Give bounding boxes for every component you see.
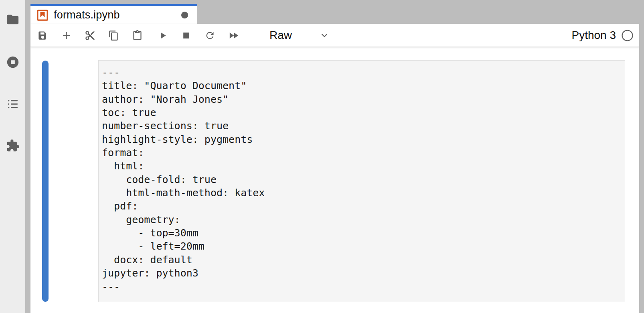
save-button[interactable] xyxy=(36,28,49,43)
code-line: --- xyxy=(102,280,621,293)
tab-title: formats.ipynb xyxy=(54,9,120,21)
code-line: docx: default xyxy=(102,253,621,266)
code-line: html-math-method: katex xyxy=(102,186,621,199)
tab-bar: formats.ipynb xyxy=(30,0,639,24)
restart-run-all-button[interactable] xyxy=(227,28,239,43)
notebook-panel: --- title: "Quarto Document" author: "No… xyxy=(30,47,639,313)
code-line: code-fold: true xyxy=(102,173,621,186)
sidebar-item-extension-manager[interactable] xyxy=(0,136,25,155)
code-line: geometry: xyxy=(102,213,621,226)
code-line: number-sections: true xyxy=(102,119,621,132)
code-line: highlight-style: pygments xyxy=(102,133,621,146)
code-line: jupyter: python3 xyxy=(102,266,621,280)
code-line: --- xyxy=(102,66,621,79)
plus-icon xyxy=(61,30,72,41)
code-line: html: xyxy=(102,159,621,173)
chevron-down-icon xyxy=(319,30,330,41)
activity-sidebar xyxy=(0,0,25,313)
list-icon xyxy=(7,98,19,110)
restart-kernel-button[interactable] xyxy=(204,28,216,43)
cell-type-dropdown[interactable]: Raw xyxy=(262,26,330,44)
sidebar-splitter[interactable] xyxy=(25,0,30,313)
cut-cells-button[interactable] xyxy=(84,28,96,43)
restart-icon xyxy=(205,30,215,41)
paste-icon xyxy=(132,30,143,41)
raw-cell-editor[interactable]: --- title: "Quarto Document" author: "No… xyxy=(98,60,625,302)
code-line: - top=30mm xyxy=(102,226,621,240)
code-line: author: "Norah Jones" xyxy=(102,93,621,106)
running-circle-icon xyxy=(6,55,20,69)
right-edge-strip xyxy=(639,0,644,313)
paste-cells-button[interactable] xyxy=(131,28,143,43)
fast-forward-icon xyxy=(228,30,239,41)
unsaved-changes-indicator[interactable] xyxy=(181,11,188,19)
notebook-toolbar: Raw Python 3 xyxy=(30,24,639,47)
notebook-icon xyxy=(36,9,49,21)
kernel-idle-circle-icon xyxy=(621,29,634,42)
code-line: - left=20mm xyxy=(102,240,621,253)
code-line: toc: true xyxy=(102,106,621,119)
sidebar-item-file-browser[interactable] xyxy=(0,10,25,28)
save-icon xyxy=(37,30,48,41)
cell-type-value: Raw xyxy=(269,29,292,42)
sidebar-item-running-sessions[interactable] xyxy=(0,53,25,71)
main-area: formats.ipynb xyxy=(30,0,639,313)
tab-formats-ipynb[interactable]: formats.ipynb xyxy=(30,4,197,24)
run-icon xyxy=(157,30,168,41)
stop-icon xyxy=(181,30,192,41)
code-line: pdf: xyxy=(102,199,621,213)
code-line: title: "Quarto Document" xyxy=(102,79,621,92)
interrupt-kernel-button[interactable] xyxy=(180,28,192,43)
sidebar-item-table-of-contents[interactable] xyxy=(0,95,25,113)
run-cell-button[interactable] xyxy=(156,28,168,43)
copy-cells-button[interactable] xyxy=(107,28,119,43)
puzzle-icon xyxy=(6,139,20,152)
kernel-area: Python 3 xyxy=(571,29,636,42)
folder-icon xyxy=(6,12,20,26)
copy-icon xyxy=(108,30,119,41)
kernel-name[interactable]: Python 3 xyxy=(571,29,616,42)
code-line: format: xyxy=(102,146,621,159)
active-cell-indicator[interactable] xyxy=(42,61,49,302)
insert-cell-button[interactable] xyxy=(60,28,72,43)
cut-icon xyxy=(85,30,95,41)
